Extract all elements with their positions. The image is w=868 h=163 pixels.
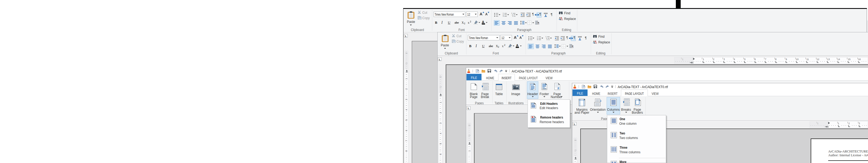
svg-text:¶: ¶ xyxy=(572,45,574,48)
svg-text:#: # xyxy=(557,86,559,90)
svg-text:3: 3 xyxy=(537,39,538,40)
svg-text:3: 3 xyxy=(503,16,503,17)
svg-text:3: 3 xyxy=(513,16,513,17)
svg-text:3: 3 xyxy=(547,39,548,40)
svg-text:C: C xyxy=(561,18,563,20)
svg-text:¶: ¶ xyxy=(538,22,539,25)
svg-text:C: C xyxy=(596,42,597,44)
